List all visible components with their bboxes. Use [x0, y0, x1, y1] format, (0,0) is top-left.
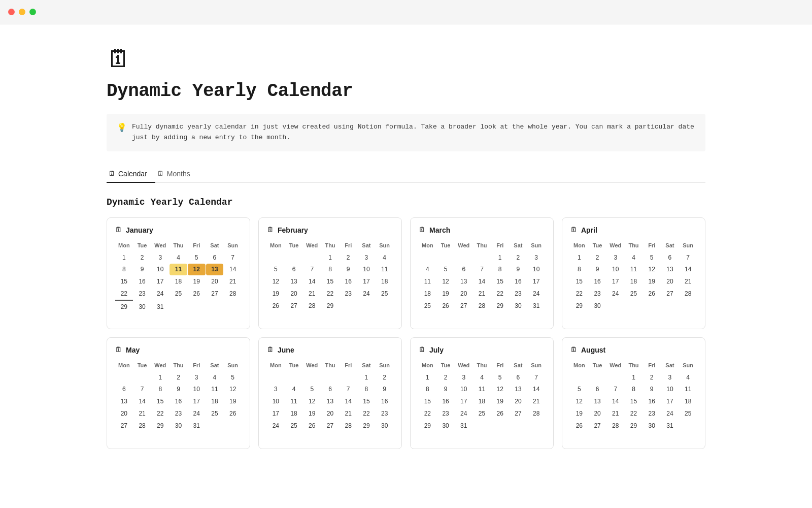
- day-cell[interactable]: 3: [661, 372, 679, 384]
- day-cell[interactable]: 4: [419, 264, 436, 275]
- day-cell[interactable]: [133, 372, 151, 384]
- day-cell[interactable]: 23: [340, 288, 357, 300]
- day-cell[interactable]: 5: [188, 252, 206, 264]
- day-cell[interactable]: [321, 372, 339, 384]
- day-cell[interactable]: 6: [661, 252, 679, 264]
- day-cell[interactable]: 1: [151, 372, 169, 384]
- day-cell[interactable]: 1: [625, 372, 642, 384]
- day-cell[interactable]: 24: [188, 408, 206, 420]
- day-cell[interactable]: 21: [133, 408, 151, 420]
- day-cell[interactable]: 10: [151, 264, 169, 275]
- day-cell[interactable]: [340, 372, 357, 384]
- day-cell[interactable]: 11: [285, 396, 303, 407]
- day-cell[interactable]: 26: [224, 408, 242, 420]
- day-cell[interactable]: 18: [419, 288, 436, 300]
- minimize-button[interactable]: [19, 9, 25, 15]
- day-cell[interactable]: 31: [661, 420, 679, 432]
- day-cell[interactable]: 23: [510, 288, 527, 300]
- day-cell[interactable]: 19: [437, 288, 455, 300]
- day-cell[interactable]: [473, 420, 491, 432]
- day-cell[interactable]: 26: [267, 300, 285, 312]
- day-cell[interactable]: 23: [376, 408, 393, 420]
- day-cell[interactable]: 12: [437, 276, 455, 288]
- day-cell[interactable]: 18: [206, 396, 224, 407]
- day-cell[interactable]: 9: [170, 384, 187, 395]
- day-cell[interactable]: 30: [643, 420, 661, 432]
- day-cell[interactable]: [455, 252, 472, 264]
- day-cell[interactable]: 22: [625, 408, 642, 420]
- day-cell[interactable]: 20: [321, 408, 339, 420]
- day-cell[interactable]: 9: [510, 264, 527, 275]
- day-cell[interactable]: 16: [589, 276, 606, 288]
- day-cell[interactable]: 4: [170, 252, 187, 264]
- day-cell[interactable]: 19: [188, 276, 206, 288]
- day-cell[interactable]: 16: [133, 276, 151, 288]
- day-cell[interactable]: [303, 372, 321, 384]
- day-cell[interactable]: [643, 300, 661, 312]
- day-cell[interactable]: 12: [224, 384, 242, 395]
- day-cell[interactable]: 12: [188, 264, 206, 275]
- day-cell[interactable]: 13: [589, 396, 606, 407]
- day-cell[interactable]: 29: [419, 420, 436, 432]
- day-cell[interactable]: [340, 300, 357, 312]
- day-cell[interactable]: 7: [340, 384, 357, 395]
- day-cell[interactable]: 22: [570, 288, 588, 300]
- day-cell[interactable]: 19: [303, 408, 321, 420]
- day-cell[interactable]: 16: [376, 396, 393, 407]
- day-cell[interactable]: 14: [340, 396, 357, 407]
- day-cell[interactable]: 16: [340, 276, 357, 288]
- day-cell[interactable]: 13: [206, 264, 224, 275]
- day-cell[interactable]: 5: [224, 372, 242, 384]
- day-cell[interactable]: 19: [491, 396, 509, 407]
- day-cell[interactable]: 24: [358, 288, 376, 300]
- day-cell[interactable]: 15: [151, 396, 169, 407]
- day-cell[interactable]: 6: [321, 384, 339, 395]
- day-cell[interactable]: 31: [455, 420, 472, 432]
- day-cell[interactable]: 15: [570, 276, 588, 288]
- day-cell[interactable]: 17: [188, 396, 206, 407]
- day-cell[interactable]: 27: [589, 420, 606, 432]
- day-cell[interactable]: 19: [267, 288, 285, 300]
- day-cell[interactable]: 8: [625, 384, 642, 395]
- day-cell[interactable]: 16: [170, 396, 187, 407]
- day-cell[interactable]: 9: [376, 384, 393, 395]
- day-cell[interactable]: 28: [473, 300, 491, 312]
- day-cell[interactable]: 30: [510, 300, 527, 312]
- day-cell[interactable]: 17: [455, 396, 472, 407]
- day-cell[interactable]: 2: [510, 252, 527, 264]
- tab-months[interactable]: 🗓 Months: [155, 166, 198, 183]
- day-cell[interactable]: [224, 420, 242, 432]
- day-cell[interactable]: 8: [491, 264, 509, 275]
- day-cell[interactable]: 20: [115, 408, 133, 420]
- day-cell[interactable]: 28: [133, 420, 151, 432]
- day-cell[interactable]: [606, 372, 624, 384]
- day-cell[interactable]: 25: [376, 288, 393, 300]
- day-cell[interactable]: [376, 300, 393, 312]
- day-cell[interactable]: 24: [527, 288, 545, 300]
- day-cell[interactable]: 23: [643, 408, 661, 420]
- day-cell[interactable]: 29: [358, 420, 376, 432]
- day-cell[interactable]: 18: [473, 396, 491, 407]
- day-cell[interactable]: 28: [303, 300, 321, 312]
- day-cell[interactable]: 27: [285, 300, 303, 312]
- day-cell[interactable]: 21: [224, 276, 242, 288]
- day-cell[interactable]: 16: [643, 396, 661, 407]
- day-cell[interactable]: 3: [358, 252, 376, 264]
- day-cell[interactable]: 5: [643, 252, 661, 264]
- day-cell[interactable]: 27: [455, 300, 472, 312]
- day-cell[interactable]: 27: [510, 408, 527, 420]
- day-cell[interactable]: 4: [376, 252, 393, 264]
- day-cell[interactable]: 18: [285, 408, 303, 420]
- day-cell[interactable]: 10: [358, 264, 376, 275]
- day-cell[interactable]: 8: [151, 384, 169, 395]
- day-cell[interactable]: 25: [285, 420, 303, 432]
- day-cell[interactable]: 1: [115, 252, 133, 264]
- day-cell[interactable]: 28: [224, 288, 242, 301]
- day-cell[interactable]: 1: [321, 252, 339, 264]
- day-cell[interactable]: 29: [570, 300, 588, 312]
- day-cell[interactable]: 2: [133, 252, 151, 264]
- day-cell[interactable]: 5: [570, 384, 588, 395]
- day-cell[interactable]: 2: [589, 252, 606, 264]
- day-cell[interactable]: 15: [358, 396, 376, 407]
- day-cell[interactable]: 30: [170, 420, 187, 432]
